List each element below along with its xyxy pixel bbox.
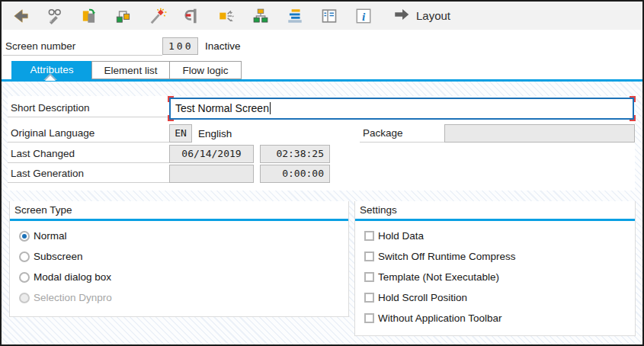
checkbox-unchecked-icon: [364, 272, 374, 282]
radio-label: Selection Dynpro: [34, 292, 112, 303]
original-language-label: Original Language: [8, 125, 169, 143]
layout-button-label: Layout: [416, 9, 450, 22]
screen-number-label: Screen number: [3, 38, 162, 56]
copy-icon[interactable]: [79, 6, 98, 26]
test-icon[interactable]: [182, 6, 201, 26]
layout-button[interactable]: Layout: [392, 5, 450, 27]
package-field: [444, 124, 635, 143]
screen-type-group-title: Screen Type: [10, 201, 348, 219]
short-description-value: Test Normal Screen: [175, 102, 269, 114]
tab-flow-logic[interactable]: Flow logic: [169, 61, 242, 79]
radio-selected-icon: [19, 231, 30, 242]
screen-type-group: Screen Type Normal Subscreen Modal dialo…: [9, 201, 349, 317]
checkbox-without-application-toolbar[interactable]: Without Application Toolbar: [364, 308, 635, 328]
hierarchy-icon[interactable]: [251, 6, 270, 26]
assign-icon[interactable]: [114, 6, 133, 26]
radio-modal-dialog-box[interactable]: Modal dialog box: [19, 267, 348, 287]
last-generation-time-field: 0:00:00: [260, 165, 330, 183]
screen-painter-window: i Layout Screen number 100 Inactive Attr…: [0, 0, 644, 346]
short-description-input[interactable]: Test Normal Screen: [169, 98, 634, 120]
last-generation-date-field: [169, 165, 254, 183]
short-description-label: Short Description: [8, 100, 169, 117]
layout-arrow-icon: [392, 5, 411, 27]
display-change-icon[interactable]: [45, 6, 64, 26]
settings-group-title: Settings: [355, 201, 635, 219]
text-caret: [270, 102, 271, 114]
radio-normal[interactable]: Normal: [19, 226, 348, 246]
focus-corner-icon: [630, 96, 636, 102]
last-changed-time-field: 02:38:25: [260, 145, 330, 163]
checkbox-hold-scroll-position[interactable]: Hold Scroll Position: [364, 287, 635, 308]
status-text: Inactive: [205, 37, 241, 55]
last-generation-label: Last Generation: [8, 165, 169, 183]
generate-wand-icon[interactable]: [148, 6, 167, 26]
last-changed-date-field: 06/14/2019: [169, 145, 254, 163]
back-icon[interactable]: [11, 6, 30, 26]
package-label: Package: [360, 125, 444, 143]
radio-disabled-icon: [19, 293, 30, 303]
last-changed-label: Last Changed: [8, 146, 169, 163]
checkbox-switch-off-runtime-compress[interactable]: Switch Off Runtime Compress: [364, 246, 635, 267]
checkbox-label: Hold Scroll Position: [378, 292, 467, 303]
checkbox-template-not-executable[interactable]: Template (Not Executable): [364, 267, 635, 287]
table-view-icon[interactable]: [319, 6, 338, 26]
screen-number-field: 100: [162, 37, 198, 55]
application-toolbar: i Layout: [2, 2, 642, 30]
sort-list-icon[interactable]: [285, 6, 304, 26]
radio-unselected-icon: [19, 272, 30, 283]
checkbox-unchecked-icon: [364, 313, 374, 323]
radio-label: Modal dialog box: [34, 271, 111, 283]
checkbox-unchecked-icon: [364, 293, 374, 303]
checkbox-label: Without Application Toolbar: [378, 312, 502, 324]
header-area: Screen number 100 Inactive Attributes El…: [2, 30, 642, 79]
checkbox-unchecked-icon: [364, 231, 374, 241]
checkbox-hold-data[interactable]: Hold Data: [364, 226, 635, 246]
radio-selection-dynpro: Selection Dynpro: [19, 287, 348, 308]
attributes-form: Short Description Test Normal Screen Ori…: [8, 96, 635, 191]
tab-element-list[interactable]: Element list: [91, 61, 170, 79]
focus-corner-icon: [630, 115, 636, 121]
radio-label: Normal: [34, 230, 67, 242]
svg-text:i: i: [361, 9, 365, 22]
where-used-icon[interactable]: [216, 6, 235, 26]
checkbox-label: Switch Off Runtime Compress: [378, 251, 516, 262]
tabstrip-underline: [2, 79, 642, 82]
checkbox-label: Hold Data: [378, 230, 424, 242]
radio-subscreen[interactable]: Subscreen: [19, 246, 348, 267]
checkbox-unchecked-icon: [364, 251, 374, 261]
focus-corner-icon: [168, 115, 174, 121]
checkbox-label: Template (Not Executable): [378, 271, 499, 283]
radio-unselected-icon: [19, 251, 30, 262]
original-language-field: EN: [169, 124, 192, 143]
radio-label: Subscreen: [34, 251, 83, 262]
language-text: English: [198, 125, 232, 143]
focus-corner-icon: [168, 96, 174, 102]
information-icon[interactable]: i: [354, 6, 373, 26]
settings-group: Settings Hold Data Switch Off Runtime Co…: [354, 201, 636, 336]
